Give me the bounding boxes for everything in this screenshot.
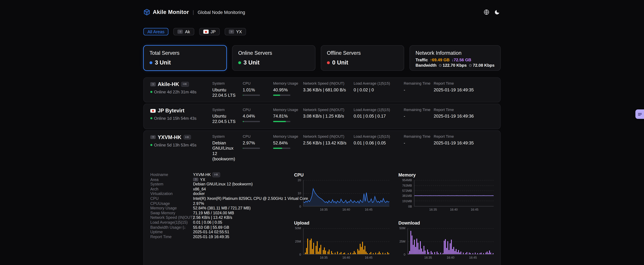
region-badge: HK — [181, 82, 189, 87]
detail-value: 55.63 GB | 55.69 GB — [193, 225, 229, 229]
col-remaining: Remaining Time- — [404, 108, 434, 119]
app-logo-cube-icon — [144, 9, 150, 16]
y-tick-label: 763MB — [402, 184, 412, 187]
stat-card-online[interactable]: Online Servers 3 Unit — [232, 45, 315, 71]
tab-label: All Areas — [148, 29, 164, 34]
tab-all-areas[interactable]: All Areas — [144, 28, 168, 36]
server-row-jp-bytevirt[interactable]: JP BytevirtOnline 1d 15h 54m 43sSystemUb… — [144, 104, 500, 128]
col-value: - — [404, 114, 430, 119]
moon-icon — [494, 9, 500, 15]
tab-yx[interactable]: ?YX — [225, 28, 246, 36]
detail-row-network-speed-in-out: Network Speed (IN|OUT)2.56 KB/s | 13.42 … — [150, 215, 294, 220]
unknown-flag-icon: ? — [229, 30, 234, 34]
detail-row-uptime: Uptime2025-01-14 02:55:51 — [150, 229, 294, 234]
y-tick-label: 191MB — [402, 199, 412, 203]
server-list: ?Akile-HKHKOnline 4d 22h 31m 48sSystemUb… — [144, 77, 501, 265]
stat-card-total[interactable]: Total Servers 3 Unit — [144, 45, 227, 71]
cpu-progress-bar — [243, 147, 260, 149]
traffic-line: Traffic ↑69.49 GB ↓72.56 GB — [416, 58, 494, 62]
chart-canvas-upload — [304, 228, 390, 254]
stat-title: Network Information — [416, 50, 494, 56]
server-identity: ?YXVM-HKHKOnline 5d 13h 53m 45s — [150, 134, 212, 147]
col-value: Ubuntu 22.04.5 LTS — [212, 114, 239, 124]
server-group-akile-hk: ?Akile-HKHKOnline 4d 22h 31m 48sSystemUb… — [144, 77, 501, 102]
server-row-akile-hk[interactable]: ?Akile-HKHKOnline 4d 22h 31m 48sSystemUb… — [144, 78, 500, 102]
detail-label: Area — [150, 177, 193, 182]
col-label: CPU — [243, 108, 269, 112]
chart-plot-area — [303, 180, 389, 206]
col-label: System — [212, 81, 239, 86]
chart-y-axis: 01020 — [294, 180, 303, 206]
server-name: JP Bytevirt — [158, 108, 184, 114]
detail-value: 2.56 KB/s | 13.42 KB/s — [193, 215, 232, 220]
stat-card-offline[interactable]: Offline Servers 0 Unit — [321, 45, 404, 71]
traffic-up-value: ↑69.49 GB — [430, 58, 450, 62]
col-label: Network Speed (IN|OUT) — [303, 81, 350, 86]
y-tick-label: 381MB — [402, 194, 412, 198]
x-tick-label: 16:40 — [447, 256, 454, 259]
col-remaining: Remaining Time- — [404, 81, 434, 93]
detail-label: Report Time — [150, 234, 193, 239]
detail-label: Uptime — [150, 229, 193, 234]
region-badge: HK — [212, 172, 220, 177]
memory-progress-bar — [273, 147, 290, 149]
floating-widget-button[interactable] — [636, 109, 644, 119]
col-label: Load Average (1|5|15) — [354, 108, 400, 112]
x-tick-label: 16:45 — [471, 208, 478, 211]
floating-widget-icon — [637, 112, 642, 117]
area-tabs: All Areas?AkJP?YX — [144, 28, 501, 36]
gauge-icon: ⊙ — [469, 63, 472, 68]
online-status-dot — [150, 91, 152, 93]
language-button[interactable] — [483, 9, 490, 16]
server-row-yxvm-hk[interactable]: ?YXVM-HKHKOnline 5d 13h 53m 45sSystemDeb… — [144, 131, 500, 166]
cpu-progress-bar — [243, 121, 260, 122]
detail-row-report-time: Report Time2025-01-19 16:49:35 — [150, 234, 294, 239]
app-subtitle: Global Node Monitoring — [198, 10, 245, 15]
tab-ak[interactable]: ?Ak — [174, 28, 194, 36]
detail-label: Network Speed (IN|OUT) — [150, 215, 193, 220]
col-value: 4.04% — [243, 114, 269, 119]
x-tick-label: 16:35 — [320, 208, 328, 211]
col-label: Network Speed (IN|OUT) — [303, 108, 350, 112]
col-report: Report Time2025-01-19 16:49:35 — [434, 81, 494, 93]
bandwidth-up: ⊙122.70 Kbps — [438, 63, 466, 68]
online-status-dot — [150, 117, 152, 119]
detail-row-load-average-1-5-15: Load Average(1|5|15)0.01 | 0.06 | 0.05 — [150, 220, 294, 225]
chart-x-axis: 16:3516:4016:45 — [398, 256, 494, 260]
chart-title: Download — [398, 220, 494, 225]
stat-title: Online Servers — [238, 50, 309, 56]
stat-card-network: Network Information Traffic ↑69.49 GB ↓7… — [410, 45, 500, 71]
theme-toggle-button[interactable] — [494, 9, 501, 16]
chart-y-axis: 0B191MB381MB572MB763MB954MB — [398, 180, 414, 206]
x-tick-label: 16:40 — [342, 256, 350, 259]
chart-upload: Upload025M50M16:3516:4016:45 — [294, 220, 389, 260]
detail-row-cpuusage: CPUUsage2.97% — [150, 201, 294, 205]
detail-label: System — [150, 182, 193, 187]
offline-dot-icon — [327, 61, 330, 64]
chart-canvas-download — [408, 228, 494, 254]
memory-progress-bar — [273, 95, 290, 96]
online-dot-icon — [238, 61, 241, 64]
server-name: YXVM-HK — [158, 134, 181, 140]
col-report: Report Time2025-01-19 16:49:36 — [434, 108, 494, 119]
y-tick-label: 20 — [298, 178, 301, 182]
chart-y-axis: 025M50M — [294, 228, 303, 254]
detail-row-cpu: CPUIntel(R) Xeon(R) Platinum 8259CL CPU … — [150, 196, 294, 201]
page: Akile Monitor | Global Node Monitoring — [0, 0, 644, 265]
detail-label: Load Average(1|5|15) — [150, 220, 193, 225]
col-memory: Memory Usage40.95% — [273, 81, 303, 96]
chart-plot-area — [414, 180, 494, 206]
unknown-flag-icon: ? — [178, 30, 183, 34]
traffic-label: Traffic — [416, 58, 428, 62]
col-system: SystemUbuntu 22.04.5 LTS — [212, 108, 243, 124]
y-tick-label: 10 — [298, 191, 301, 195]
detail-label: Memory Usage — [150, 206, 193, 210]
x-tick-label: 16:40 — [450, 208, 458, 211]
chart-download: Download025M50M16:3516:4016:45 — [398, 220, 494, 260]
tab-jp[interactable]: JP — [199, 28, 220, 36]
x-tick-label: 16:35 — [320, 256, 328, 259]
brand: Akile Monitor | Global Node Monitoring — [144, 9, 245, 16]
col-label: Remaining Time — [404, 81, 430, 86]
detail-value: Debian GNU/Linux 12 (bookworm) — [193, 182, 253, 187]
detail-label: Bandwidth Usage↑|↓ — [150, 225, 193, 229]
